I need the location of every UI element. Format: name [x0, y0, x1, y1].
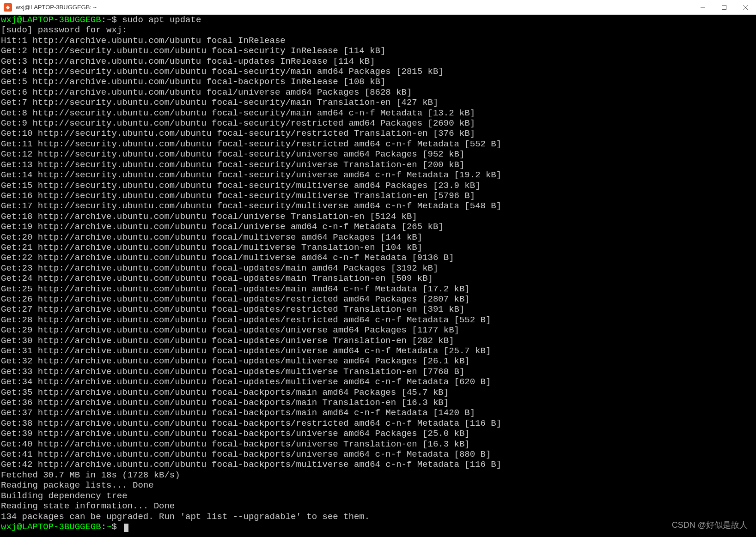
prompt-user-host: wxj@LAPTOP-3BUGGEGB [1, 15, 101, 25]
output-line: Get:19 http://archive.ubuntu.com/ubuntu … [1, 222, 755, 232]
output-line: Get:42 http://archive.ubuntu.com/ubuntu … [1, 459, 755, 470]
output-line: Get:33 http://archive.ubuntu.com/ubuntu … [1, 367, 755, 377]
output-line: Get:30 http://archive.ubuntu.com/ubuntu … [1, 336, 755, 346]
output-line: 134 packages can be upgraded. Run 'apt l… [1, 512, 755, 522]
output-line: Get:5 http://archive.ubuntu.com/ubuntu f… [1, 77, 755, 87]
output-line: Get:8 http://security.ubuntu.com/ubuntu … [1, 108, 755, 118]
prompt-path: ~ [106, 15, 111, 25]
output-line: Get:41 http://archive.ubuntu.com/ubuntu … [1, 449, 755, 459]
output-line: Get:15 http://security.ubuntu.com/ubuntu… [1, 181, 755, 191]
output-line: Get:31 http://archive.ubuntu.com/ubuntu … [1, 346, 755, 356]
output-line: Get:9 http://security.ubuntu.com/ubuntu … [1, 118, 755, 128]
terminal-window: ◆ wxj@LAPTOP-3BUGGEGB: ~ wxj@LAPTOP-3BUG… [0, 0, 756, 537]
titlebar: ◆ wxj@LAPTOP-3BUGGEGB: ~ [0, 0, 756, 15]
output-line: Get:3 http://archive.ubuntu.com/ubuntu f… [1, 56, 755, 66]
prompt-path: ~ [106, 522, 111, 532]
output-line: Get:37 http://archive.ubuntu.com/ubuntu … [1, 408, 755, 418]
ubuntu-icon: ◆ [4, 3, 12, 12]
output-line: Get:32 http://archive.ubuntu.com/ubuntu … [1, 356, 755, 366]
cursor [124, 524, 128, 532]
output-line: Reading state information... Done [1, 501, 755, 511]
output-line: Get:39 http://archive.ubuntu.com/ubuntu … [1, 428, 755, 439]
output-line: Building dependency tree [1, 491, 755, 501]
output-line: Get:25 http://archive.ubuntu.com/ubuntu … [1, 284, 755, 294]
output-line: Get:13 http://security.ubuntu.com/ubuntu… [1, 160, 755, 170]
output-line: Get:12 http://security.ubuntu.com/ubuntu… [1, 149, 755, 159]
terminal-output[interactable]: wxj@LAPTOP-3BUGGEGB:~$ sudo apt update[s… [0, 15, 756, 537]
output-line: Get:28 http://archive.ubuntu.com/ubuntu … [1, 315, 755, 325]
output-line: Get:7 http://security.ubuntu.com/ubuntu … [1, 97, 755, 108]
output-line: Get:10 http://security.ubuntu.com/ubuntu… [1, 128, 755, 139]
output-line: Get:22 http://archive.ubuntu.com/ubuntu … [1, 253, 755, 263]
output-line: Fetched 30.7 MB in 18s (1728 kB/s) [1, 470, 755, 480]
prompt-user-host: wxj@LAPTOP-3BUGGEGB [1, 522, 101, 532]
output-line: Get:27 http://archive.ubuntu.com/ubuntu … [1, 304, 755, 314]
window-title: wxj@LAPTOP-3BUGGEGB: ~ [16, 4, 692, 11]
output-line: Get:14 http://security.ubuntu.com/ubuntu… [1, 170, 755, 180]
output-line: Get:24 http://archive.ubuntu.com/ubuntu … [1, 273, 755, 284]
maximize-button[interactable] [713, 0, 735, 15]
output-line: Get:20 http://archive.ubuntu.com/ubuntu … [1, 232, 755, 242]
output-line: Get:35 http://archive.ubuntu.com/ubuntu … [1, 387, 755, 398]
output-line: Hit:1 http://archive.ubuntu.com/ubuntu f… [1, 36, 755, 46]
output-line: Get:6 http://archive.ubuntu.com/ubuntu f… [1, 87, 755, 97]
output-line: Get:17 http://security.ubuntu.com/ubuntu… [1, 201, 755, 211]
entered-command: sudo apt update [122, 15, 201, 25]
output-line: Get:26 http://archive.ubuntu.com/ubuntu … [1, 294, 755, 304]
output-line: Get:34 http://archive.ubuntu.com/ubuntu … [1, 377, 755, 387]
output-line: Get:18 http://archive.ubuntu.com/ubuntu … [1, 211, 755, 222]
close-button[interactable] [735, 0, 756, 15]
output-line: [sudo] password for wxj: [1, 25, 755, 35]
window-controls [692, 0, 756, 15]
output-line: Reading package lists... Done [1, 480, 755, 490]
prompt-line[interactable]: wxj@LAPTOP-3BUGGEGB:~$ [1, 522, 755, 532]
svg-rect-0 [722, 5, 726, 9]
output-line: Get:38 http://archive.ubuntu.com/ubuntu … [1, 418, 755, 428]
prompt-line: wxj@LAPTOP-3BUGGEGB:~$ sudo apt update [1, 15, 755, 25]
output-line: Get:29 http://archive.ubuntu.com/ubuntu … [1, 325, 755, 335]
output-line: Get:40 http://archive.ubuntu.com/ubuntu … [1, 439, 755, 449]
output-line: Get:4 http://security.ubuntu.com/ubuntu … [1, 66, 755, 77]
output-line: Get:16 http://security.ubuntu.com/ubuntu… [1, 191, 755, 201]
output-line: Get:23 http://archive.ubuntu.com/ubuntu … [1, 263, 755, 273]
output-line: Get:21 http://archive.ubuntu.com/ubuntu … [1, 242, 755, 253]
output-line: Get:2 http://security.ubuntu.com/ubuntu … [1, 46, 755, 56]
output-line: Get:11 http://security.ubuntu.com/ubuntu… [1, 139, 755, 149]
minimize-button[interactable] [692, 0, 713, 15]
output-line: Get:36 http://archive.ubuntu.com/ubuntu … [1, 398, 755, 408]
